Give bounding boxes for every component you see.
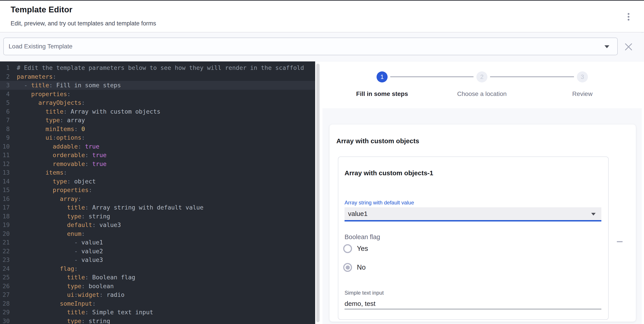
editor-line-26: 26 type: boolean — [0, 282, 315, 291]
editor-line-30: 30 type: string — [0, 317, 315, 324]
line-number: 1 — [0, 64, 10, 72]
line-number: 9 — [0, 133, 10, 142]
editor-line-12: 12 removable: true — [0, 160, 315, 168]
dropdown-caret-icon — [604, 45, 609, 48]
text-input-underline — [344, 309, 602, 309]
line-number: 24 — [0, 264, 10, 273]
editor-line-21: 21 - value1 — [0, 238, 315, 247]
line-number: 20 — [0, 229, 10, 238]
line-number: 22 — [0, 247, 10, 256]
line-number: 29 — [0, 308, 10, 317]
line-number: 3 — [0, 81, 10, 90]
page-title: Template Editor — [10, 5, 72, 14]
line-number: 4 — [0, 90, 10, 99]
line-number: 2 — [0, 72, 10, 81]
line-number: 28 — [0, 299, 10, 308]
line-number: 26 — [0, 282, 10, 291]
line-number: 6 — [0, 107, 10, 116]
line-number: 19 — [0, 221, 10, 229]
minus-icon — [617, 241, 622, 242]
editor-line-16: 16 array: — [0, 194, 315, 203]
editor-line-28: 28 someInput: — [0, 299, 315, 308]
line-number: 8 — [0, 125, 10, 134]
dropdown-caret-icon — [591, 213, 596, 215]
stepper-connector — [390, 77, 474, 77]
array-string-select-value: value1 — [348, 207, 368, 220]
line-number: 25 — [0, 273, 10, 282]
editor-line-19: 19 default: value3 — [0, 221, 315, 229]
editor-line-22: 22 - value2 — [0, 247, 315, 256]
editor-line-1: 1# Edit the template parameters below to… — [0, 64, 315, 72]
editor-line-14: 14 type: object — [0, 177, 315, 186]
editor-line-23: 23 - value3 — [0, 255, 315, 264]
line-number: 30 — [0, 317, 10, 324]
editor-line-3: 3 - title: Fill in some steps — [0, 81, 315, 90]
editor-line-6: 6 title: Array with custom objects — [0, 107, 315, 116]
editor-line-29: 29 title: Simple text input — [0, 308, 315, 317]
load-existing-template-select[interactable]: Load Existing Template — [3, 38, 618, 55]
line-number: 27 — [0, 290, 10, 299]
template-selector-bar: Load Existing Template — [0, 33, 644, 62]
line-number: 12 — [0, 160, 10, 168]
editor-line-25: 25 title: Boolean flag — [0, 273, 315, 282]
editor-line-7: 7 type: array — [0, 116, 315, 125]
editor-line-8: 8 minItems: 0 — [0, 125, 315, 134]
remove-array-item-button[interactable] — [615, 237, 624, 246]
editor-line-18: 18 type: string — [0, 212, 315, 221]
line-number: 7 — [0, 116, 10, 125]
editor-line-15: 15 properties: — [0, 186, 315, 194]
step-label-review: Review — [572, 90, 592, 98]
line-number: 21 — [0, 238, 10, 247]
editor-line-20: 20 enum: — [0, 229, 315, 238]
editor-lines: 1# Edit the template parameters below to… — [0, 64, 315, 324]
array-item-card: Array with custom objects-1 Array string… — [338, 156, 609, 320]
clear-selection-button[interactable] — [624, 42, 634, 52]
line-number: 5 — [0, 98, 10, 107]
close-x-icon — [624, 43, 633, 51]
line-number: 15 — [0, 186, 10, 194]
simple-text-input[interactable]: demo, test — [344, 299, 376, 308]
radio-selected-icon — [343, 263, 352, 272]
line-number: 11 — [0, 151, 10, 160]
editor-line-2: 2parameters: — [0, 72, 315, 81]
page-header: Template Editor Edit, preview, and try o… — [0, 1, 644, 33]
editor-line-17: 17 title: Array string with default valu… — [0, 203, 315, 212]
array-string-select-label: Array string with default value — [344, 200, 414, 206]
editor-line-24: 24 flag: — [0, 264, 315, 273]
preview-panel: 1 2 3 Fill in some steps Choose a locati… — [320, 62, 644, 324]
line-number: 16 — [0, 194, 10, 203]
array-string-select[interactable]: value1 — [344, 207, 602, 221]
step-label-fill-in-some-steps: Fill in some steps — [356, 90, 408, 98]
load-template-placeholder: Load Existing Template — [8, 38, 72, 55]
simple-text-input-label: Simple text input — [344, 290, 384, 296]
yaml-code-editor[interactable]: 1# Edit the template parameters below to… — [0, 62, 315, 324]
radio-yes-label: Yes — [357, 244, 368, 253]
step-label-choose-a-location: Choose a location — [457, 90, 507, 98]
kebab-vertical-icon — [623, 13, 634, 21]
editor-line-9: 9 ui:options: — [0, 133, 315, 142]
line-number: 17 — [0, 203, 10, 212]
editor-line-27: 27 ui:widget: radio — [0, 290, 315, 299]
step-indicator-3[interactable]: 3 — [577, 71, 588, 82]
more-options-button[interactable] — [623, 11, 634, 23]
form-section-title: Array with custom objects — [336, 137, 419, 145]
boolean-flag-label: Boolean flag — [344, 233, 380, 241]
editor-line-5: 5 arrayObjects: — [0, 98, 315, 107]
editor-line-11: 11 orderable: true — [0, 151, 315, 160]
step-indicator-1[interactable]: 1 — [376, 71, 388, 82]
editor-line-13: 13 items: — [0, 168, 315, 177]
array-item-title: Array with custom objects-1 — [344, 169, 433, 177]
editor-line-10: 10 addable: true — [0, 142, 315, 151]
page-subtitle: Edit, preview, and try out templates and… — [10, 20, 156, 27]
radio-unselected-icon — [343, 244, 352, 253]
form-card: Array with custom objects Array with cus… — [329, 124, 636, 322]
line-number: 13 — [0, 168, 10, 177]
line-number: 14 — [0, 177, 10, 186]
line-number: 18 — [0, 212, 10, 221]
radio-no-label: No — [357, 263, 366, 272]
step-indicator-2[interactable]: 2 — [476, 71, 488, 82]
split-pane-divider-handle[interactable] — [316, 64, 320, 322]
line-number: 10 — [0, 142, 10, 151]
editor-line-4: 4 properties: — [0, 90, 315, 99]
stepper-connector — [490, 77, 574, 77]
